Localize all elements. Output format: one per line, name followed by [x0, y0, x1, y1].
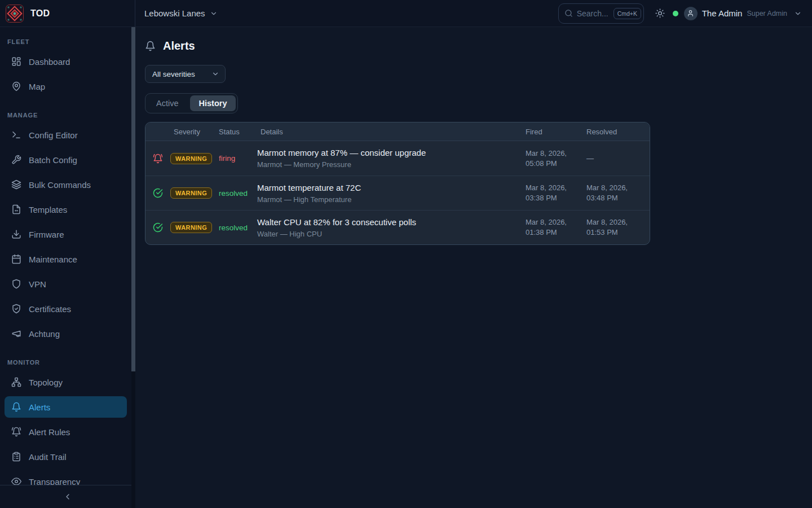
column-header-fired: Fired — [522, 128, 583, 136]
theme-toggle-button[interactable] — [652, 5, 668, 21]
severity-filter-select[interactable]: All severities — [145, 65, 226, 83]
fired-timestamp: Mar 8, 2026, 01:38 PM — [522, 217, 583, 237]
wrench-icon — [11, 155, 21, 165]
resolved-timestamp: — — [583, 154, 650, 164]
severity-badge: WARNING — [170, 187, 212, 199]
file-icon — [11, 204, 21, 214]
sidebar-item-label: VPN — [29, 279, 46, 289]
tab-active[interactable]: Active — [147, 95, 188, 111]
search-box[interactable]: Cmd+K — [558, 3, 644, 24]
download-icon — [11, 229, 21, 239]
sidebar-item-label: Batch Config — [29, 155, 77, 165]
sidebar-item-templates[interactable]: Templates — [5, 199, 127, 220]
alert-title: Marmot memory at 87% — consider upgrade — [257, 148, 522, 157]
sidebar-item-label: Map — [29, 82, 45, 91]
sidebar-item-transparency[interactable]: Transparency — [5, 471, 127, 485]
sidebar-item-config-editor[interactable]: Config Editor — [5, 124, 127, 146]
check-circle-icon — [153, 188, 163, 198]
main-content: Alerts All severities Active History Sev… — [135, 27, 812, 508]
sidebar-item-alerts[interactable]: Alerts — [5, 396, 127, 418]
severity-filter-value: All severities — [152, 70, 195, 78]
page-header: Alerts — [145, 40, 812, 52]
fired-timestamp: Mar 8, 2026, 03:38 PM — [522, 183, 583, 203]
sidebar-item-map[interactable]: Map — [5, 76, 127, 97]
sidebar-item-label: Topology — [29, 378, 63, 387]
chevron-down-icon — [211, 70, 219, 78]
sidebar-item-firmware[interactable]: Firmware — [5, 224, 127, 245]
terminal-icon — [11, 130, 21, 140]
fired-timestamp: Mar 8, 2026, 05:08 PM — [522, 148, 583, 168]
sidebar-item-alert-rules[interactable]: Alert Rules — [5, 421, 127, 443]
section-label-fleet: FLEET — [5, 35, 127, 51]
resolved-timestamp: Mar 8, 2026, 03:48 PM — [583, 183, 650, 203]
page-title: Alerts — [163, 40, 195, 52]
network-icon — [11, 377, 21, 387]
alert-subtitle: Marmot — High Temperature — [257, 195, 522, 204]
bell-icon — [145, 41, 156, 51]
sidebar-item-label: Firmware — [29, 230, 64, 239]
sidebar-item-batch-config[interactable]: Batch Config — [5, 149, 127, 170]
user-name: The Admin — [702, 8, 743, 18]
brand-area: TOD — [0, 0, 135, 27]
table-row[interactable]: WARNING resolved Walter CPU at 82% for 3… — [145, 210, 650, 244]
severity-badge: WARNING — [170, 153, 212, 164]
sidebar-item-vpn[interactable]: VPN — [5, 273, 127, 295]
sidebar-item-dashboard[interactable]: Dashboard — [5, 51, 127, 72]
sidebar-item-label: Alert Rules — [29, 427, 70, 437]
bell-ring-icon — [11, 427, 21, 437]
user-icon — [687, 10, 694, 17]
map-pin-icon — [11, 81, 21, 91]
sidebar-item-label: Achtung — [29, 329, 60, 339]
eye-icon — [11, 476, 21, 485]
sidebar-item-audit-trail[interactable]: Audit Trail — [5, 446, 127, 467]
dashboard-icon — [11, 56, 21, 67]
sidebar-item-topology[interactable]: Topology — [5, 371, 127, 393]
org-name: Lebowski Lanes — [144, 8, 205, 18]
user-menu[interactable]: The Admin Super Admin — [684, 7, 802, 20]
sidebar-item-label: Dashboard — [29, 57, 70, 67]
sidebar-footer — [0, 485, 135, 508]
clipboard-list-icon — [11, 452, 21, 462]
brand-name: TOD — [30, 8, 50, 19]
sidebar-item-label: Certificates — [29, 304, 71, 314]
sidebar-item-label: Transparency — [29, 477, 80, 485]
alert-subtitle: Walter — High CPU — [257, 230, 522, 238]
column-header-severity: Severity — [170, 128, 215, 136]
search-icon — [564, 9, 573, 17]
alert-title: Marmot temperature at 72C — [257, 183, 522, 192]
chevron-down-icon — [794, 10, 802, 17]
sidebar-item-certificates[interactable]: Certificates — [5, 298, 127, 319]
sidebar-scrollbar[interactable] — [131, 27, 135, 508]
layers-icon — [11, 179, 21, 190]
org-switcher[interactable]: Lebowski Lanes — [144, 8, 218, 18]
sidebar-scrollbar-thumb[interactable] — [131, 27, 135, 371]
column-header-resolved: Resolved — [583, 128, 650, 136]
sidebar-item-label: Config Editor — [29, 130, 78, 140]
search-shortcut-badge: Cmd+K — [614, 8, 641, 19]
sidebar-item-achtung[interactable]: Achtung — [5, 323, 127, 344]
bell-ring-icon — [153, 154, 163, 164]
sidebar-nav: FLEET Dashboard Map MANAGE Config Editor… — [0, 27, 135, 485]
app-logo-icon — [6, 5, 24, 23]
shield-icon — [11, 279, 21, 289]
alert-subtitle: Marmot — Memory Pressure — [257, 160, 522, 169]
alerts-table: Severity Status Details Fired Resolved W… — [145, 122, 650, 245]
column-header-details: Details — [257, 128, 522, 136]
status-text: firing — [215, 154, 257, 163]
sidebar-item-maintenance[interactable]: Maintenance — [5, 248, 127, 270]
table-row[interactable]: WARNING firing Marmot memory at 87% — co… — [145, 141, 650, 176]
resolved-timestamp: Mar 8, 2026, 01:53 PM — [583, 217, 650, 237]
search-input[interactable] — [577, 9, 610, 18]
connection-status-dot — [673, 11, 678, 16]
chevron-down-icon — [210, 10, 218, 17]
table-row[interactable]: WARNING resolved Marmot temperature at 7… — [145, 176, 650, 210]
tab-history[interactable]: History — [190, 95, 236, 111]
sidebar-item-label: Alerts — [29, 402, 50, 412]
sun-icon — [655, 8, 665, 18]
topbar: TOD Lebowski Lanes Cmd+K The Admin Super… — [0, 0, 812, 27]
section-label-manage: MANAGE — [5, 100, 127, 124]
sidebar-item-label: Maintenance — [29, 255, 77, 264]
sidebar-collapse-button[interactable] — [58, 490, 78, 503]
sidebar-item-bulk-commands[interactable]: Bulk Commands — [5, 174, 127, 195]
alert-title: Walter CPU at 82% for 3 consecutive poll… — [257, 217, 522, 227]
